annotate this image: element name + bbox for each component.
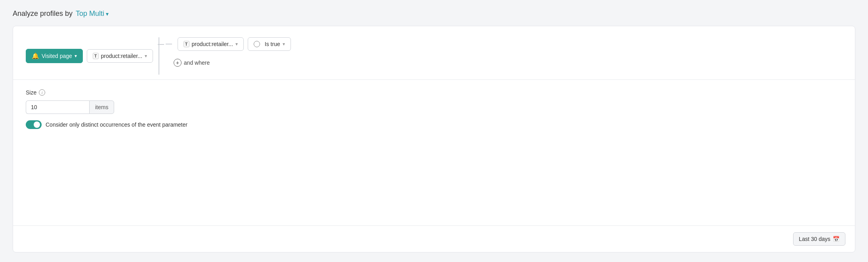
plus-circle-icon: +	[174, 59, 182, 67]
visited-page-button[interactable]: 🔔 Visited page ▾	[26, 49, 83, 63]
and-where-label: and where	[184, 60, 210, 66]
connector-block: T product:retailer... ▾ Is true ▾ +	[159, 37, 291, 75]
product-retailer-2-label: product:retailer...	[192, 41, 233, 47]
size-label-row: Size i	[26, 89, 842, 96]
toggle-row: Consider only distinct occurrences of th…	[26, 120, 842, 129]
filter-row: 🔔 Visited page ▾ T product:retailer... ▾…	[26, 37, 842, 75]
visited-page-chevron-icon: ▾	[75, 53, 77, 59]
main-card: 🔔 Visited page ▾ T product:retailer... ▾…	[13, 26, 855, 252]
product-retailer-1-label: product:retailer...	[101, 53, 142, 59]
filter-section: 🔔 Visited page ▾ T product:retailer... ▾…	[13, 26, 855, 79]
size-input[interactable]	[26, 100, 89, 114]
info-icon: i	[39, 89, 45, 96]
text-type-icon-1: T	[93, 53, 99, 59]
toggle-slider	[26, 120, 42, 129]
last-30-days-button[interactable]: Last 30 days 📅	[793, 232, 845, 246]
size-label: Size	[26, 89, 36, 96]
calendar-icon: 📅	[833, 236, 839, 242]
product-retailer-1-chevron-icon: ▾	[145, 53, 147, 59]
analyze-label: Analyze profiles by	[13, 10, 73, 18]
last-30-days-label: Last 30 days	[799, 236, 830, 242]
product-retailer-1-button[interactable]: T product:retailer... ▾	[87, 49, 153, 63]
product-retailer-2-button[interactable]: T product:retailer... ▾	[178, 37, 244, 51]
bell-icon: 🔔	[32, 52, 39, 60]
items-badge: items	[89, 100, 114, 114]
circle-icon	[254, 41, 260, 47]
distinct-label: Consider only distinct occurrences of th…	[46, 121, 187, 128]
size-section: Size i items Consider only distinct occu…	[13, 79, 855, 139]
is-true-button[interactable]: Is true ▾	[248, 37, 291, 51]
is-true-chevron-icon: ▾	[283, 41, 285, 47]
distinct-toggle[interactable]	[26, 120, 42, 129]
top-multi-label: Top Multi	[76, 10, 104, 18]
product-retailer-2-chevron-icon: ▾	[235, 41, 238, 47]
header-row: Analyze profiles by Top Multi ▾	[13, 10, 855, 18]
and-where-button[interactable]: + and where	[174, 57, 210, 68]
chevron-down-icon: ▾	[106, 11, 109, 17]
visited-page-label: Visited page	[42, 53, 72, 59]
h-line	[166, 44, 172, 44]
condition-row: T product:retailer... ▾ Is true ▾	[166, 37, 291, 51]
top-multi-button[interactable]: Top Multi ▾	[76, 10, 109, 18]
text-type-icon-2: T	[184, 41, 189, 47]
and-where-row: + and where	[166, 56, 291, 68]
is-true-label: Is true	[265, 41, 280, 47]
footer: Last 30 days 📅	[13, 225, 855, 252]
size-input-row: items	[26, 100, 842, 114]
